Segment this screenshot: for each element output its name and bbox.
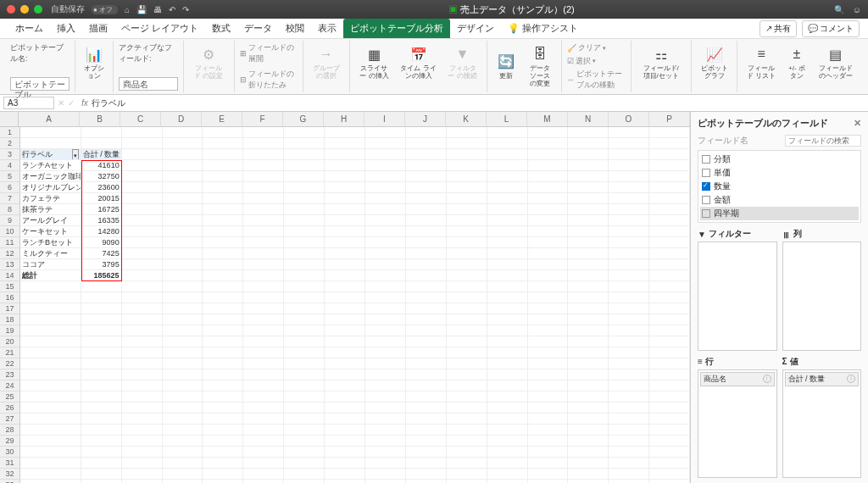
cell[interactable] [20, 336, 81, 347]
values-header[interactable]: 合計 / 数量 [81, 149, 122, 160]
cell[interactable] [20, 303, 81, 314]
pivot-row-value[interactable]: 41610 [81, 160, 122, 171]
cell[interactable] [81, 281, 122, 292]
row-header[interactable]: 27 [0, 414, 20, 425]
pivottable-name-input[interactable]: ピボットテーブル [10, 77, 70, 91]
pivot-row-label[interactable]: カフェラテ [20, 193, 81, 204]
row-header[interactable]: 25 [0, 391, 20, 402]
cell[interactable] [20, 391, 81, 402]
grand-total-label[interactable]: 総計 [20, 270, 81, 281]
row-header[interactable]: 15 [0, 281, 20, 292]
field-checkbox[interactable] [702, 169, 710, 177]
pivot-row-value[interactable]: 7425 [81, 248, 122, 259]
autosave-toggle[interactable]: ● オフ [92, 5, 118, 14]
column-header[interactable]: E [202, 112, 242, 126]
field-item[interactable]: 分類 [700, 153, 859, 166]
column-header[interactable]: D [161, 112, 202, 126]
row-header[interactable]: 11 [0, 237, 20, 248]
row-header[interactable]: 12 [0, 248, 20, 259]
zoom-icon[interactable] [34, 5, 42, 14]
field-item[interactable]: 四半期 [700, 207, 859, 220]
field-checkbox[interactable] [702, 182, 710, 191]
row-header[interactable]: 9 [0, 215, 20, 226]
row-labels-header[interactable]: 行ラベル ▾ [20, 149, 81, 160]
row-header[interactable]: 24 [0, 380, 20, 391]
cell[interactable] [81, 391, 122, 402]
column-header[interactable]: C [120, 112, 161, 126]
cell[interactable] [20, 469, 81, 480]
cell[interactable] [20, 127, 81, 138]
tab-home[interactable]: ホーム [8, 19, 50, 38]
cell[interactable] [81, 292, 122, 303]
cell[interactable] [20, 458, 81, 469]
undo-icon[interactable]: ↶ [169, 5, 175, 14]
timeline-button[interactable]: 📅タイム ラインの挿入 [397, 42, 439, 82]
row-header[interactable]: 17 [0, 303, 20, 314]
account-icon[interactable]: ☺ [853, 5, 861, 14]
row-header[interactable]: 20 [0, 336, 20, 347]
cancel-icon[interactable]: ✕ [58, 98, 64, 108]
tab-insert[interactable]: 挿入 [50, 19, 82, 38]
pivot-row-value[interactable]: 32750 [81, 171, 122, 182]
column-header[interactable]: A [19, 112, 80, 126]
cell[interactable] [81, 380, 122, 391]
cell[interactable] [81, 138, 122, 149]
row-header[interactable]: 23 [0, 369, 20, 380]
pivot-row-label[interactable]: アールグレイ [20, 215, 81, 226]
pivot-row-label[interactable]: オリジナルブレンド [20, 182, 81, 193]
tab-data[interactable]: データ [237, 19, 279, 38]
cell[interactable] [81, 402, 122, 414]
close-icon[interactable] [7, 5, 15, 14]
field-checkbox[interactable] [702, 196, 710, 204]
cell[interactable] [81, 303, 122, 314]
options-button[interactable]: 📊オプション [81, 42, 108, 82]
tell-me[interactable]: 💡 操作アシスト [501, 19, 585, 38]
pane-close-icon[interactable]: ✕ [854, 118, 861, 129]
cell[interactable] [81, 314, 122, 325]
comment-button[interactable]: 💬 コメント [802, 20, 860, 37]
column-header[interactable]: I [364, 112, 405, 126]
field-item[interactable]: 数量 [700, 180, 859, 193]
pivot-row-label[interactable]: ランチBセット [20, 237, 81, 248]
field-list-button[interactable]: ≡フィールド リスト [743, 42, 780, 82]
cell[interactable] [20, 436, 81, 447]
home-icon[interactable]: ⌂ [125, 5, 130, 14]
plus-minus-button[interactable]: ±+/- ボタン [783, 42, 810, 82]
pivot-row-value[interactable]: 23600 [81, 182, 122, 193]
row-header[interactable]: 7 [0, 193, 20, 204]
row-header[interactable]: 31 [0, 458, 20, 469]
row-header[interactable]: 21 [0, 347, 20, 358]
pivot-row-value[interactable]: 16335 [81, 215, 122, 226]
cell[interactable] [20, 369, 81, 380]
search-icon[interactable]: 🔍 [834, 5, 844, 14]
pivot-row-label[interactable]: ケーキセット [20, 226, 81, 237]
cell[interactable] [81, 369, 122, 380]
row-header[interactable]: 29 [0, 436, 20, 447]
rows-chip[interactable]: 商品名i [700, 372, 775, 386]
tab-view[interactable]: 表示 [311, 19, 343, 38]
pivot-row-value[interactable]: 9090 [81, 237, 122, 248]
field-search-input[interactable] [785, 135, 861, 147]
column-header[interactable]: P [649, 112, 690, 126]
pivot-row-value[interactable]: 3795 [81, 259, 122, 270]
row-header[interactable]: 19 [0, 325, 20, 336]
cell[interactable] [81, 447, 122, 458]
field-headers-button[interactable]: ▤フィールド のヘッダー [814, 42, 858, 82]
rows-area[interactable]: 商品名i [698, 369, 777, 479]
redo-icon[interactable]: ↷ [182, 5, 189, 14]
tab-pagelayout[interactable]: ページ レイアウト [114, 19, 205, 38]
cell[interactable] [20, 292, 81, 303]
cell[interactable] [81, 336, 122, 347]
cell[interactable] [20, 138, 81, 149]
cell[interactable] [20, 325, 81, 336]
cell[interactable] [20, 447, 81, 458]
field-checkbox[interactable] [702, 209, 710, 218]
filter-area[interactable] [698, 242, 777, 351]
column-header[interactable]: K [446, 112, 487, 126]
row-header[interactable]: 14 [0, 270, 20, 281]
field-settings-button[interactable]: ⚙フィールド の設定 [189, 42, 229, 82]
row-header[interactable]: 26 [0, 402, 20, 414]
cell[interactable] [20, 402, 81, 414]
column-header[interactable]: B [80, 112, 120, 126]
pivot-row-label[interactable]: ランチAセット [20, 160, 81, 171]
